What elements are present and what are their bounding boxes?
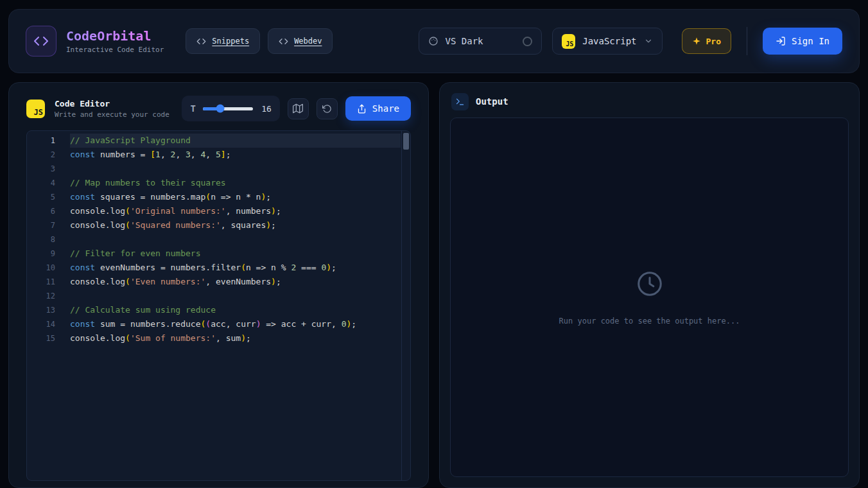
code-line[interactable]: 4// Map numbers to their squares bbox=[27, 176, 410, 190]
header-divider bbox=[747, 27, 747, 55]
code-line[interactable]: 13// Calculate sum using reduce bbox=[27, 303, 410, 317]
output-header: Output bbox=[450, 92, 849, 111]
share-button[interactable]: Share bbox=[345, 96, 411, 121]
map-icon bbox=[293, 103, 303, 114]
editor-scrollbar[interactable] bbox=[401, 131, 410, 480]
output-area: Run your code to see the output here... bbox=[450, 118, 849, 477]
line-number: 11 bbox=[27, 275, 55, 289]
line-content: console.log('Squared numbers:', squares)… bbox=[70, 218, 401, 232]
palette-icon bbox=[428, 36, 438, 46]
line-number: 4 bbox=[27, 176, 55, 190]
code-line[interactable]: 14const sum = numbers.reduce((acc, curr)… bbox=[27, 317, 410, 331]
clock-icon bbox=[635, 269, 664, 299]
chevron-down-icon bbox=[644, 37, 653, 46]
code-icon bbox=[279, 37, 288, 46]
line-number: 6 bbox=[27, 204, 55, 218]
font-size-value: 16 bbox=[260, 104, 272, 114]
line-content bbox=[70, 232, 401, 247]
line-content: // Map numbers to their squares bbox=[70, 176, 401, 190]
editor-subtitle: Write and execute your code bbox=[55, 110, 169, 119]
app-header: CodeOrbital Interactive Code Editor Snip… bbox=[8, 9, 860, 73]
line-content: const sum = numbers.reduce((acc, curr) =… bbox=[70, 317, 401, 331]
font-size-slider-handle[interactable] bbox=[216, 105, 225, 113]
pro-label: Pro bbox=[706, 37, 721, 46]
app-title: CodeOrbital bbox=[66, 28, 164, 44]
code-editor[interactable]: 1// JavaScript Playground2const numbers … bbox=[26, 130, 411, 481]
sparkles-icon bbox=[692, 37, 701, 46]
editor-header: JS Code Editor Write and execute your co… bbox=[26, 96, 411, 121]
language-select[interactable]: JS JavaScript bbox=[552, 28, 663, 55]
pro-button[interactable]: Pro bbox=[682, 28, 731, 54]
brand: CodeOrbital Interactive Code Editor bbox=[26, 26, 164, 57]
scrollbar-thumb[interactable] bbox=[403, 133, 409, 150]
snippets-button[interactable]: Snippets bbox=[186, 28, 260, 54]
theme-color-swatch bbox=[523, 37, 532, 46]
code-line[interactable]: 9// Filter for even numbers bbox=[27, 247, 410, 261]
code-line[interactable]: 1// JavaScript Playground bbox=[27, 134, 410, 148]
line-content: // Filter for even numbers bbox=[70, 247, 401, 261]
code-icon bbox=[196, 37, 206, 46]
output-title: Output bbox=[476, 96, 508, 107]
output-panel: Output Run your code to see the output h… bbox=[439, 82, 860, 488]
reset-code-button[interactable] bbox=[317, 98, 338, 119]
line-number: 5 bbox=[27, 190, 55, 204]
line-number: 14 bbox=[27, 317, 55, 331]
webdev-button[interactable]: Webdev bbox=[268, 28, 333, 54]
output-empty-message: Run your code to see the output here... bbox=[559, 317, 740, 326]
line-content: console.log('Sum of numbers:', sum); bbox=[70, 331, 401, 345]
code-line[interactable]: 7console.log('Squared numbers:', squares… bbox=[27, 218, 410, 232]
editor-title: Code Editor bbox=[55, 99, 169, 109]
code-line[interactable]: 15console.log('Sum of numbers:', sum); bbox=[27, 331, 410, 345]
webdev-label: Webdev bbox=[294, 37, 322, 46]
font-size-control: T 16 bbox=[182, 96, 279, 121]
line-content: const evenNumbers = numbers.filter(n => … bbox=[70, 261, 401, 275]
line-content bbox=[70, 162, 401, 176]
code-line[interactable]: 10const evenNumbers = numbers.filter(n =… bbox=[27, 261, 410, 275]
line-content: console.log('Original numbers:', numbers… bbox=[70, 204, 401, 218]
code-line[interactable]: 2const numbers = [1, 2, 3, 4, 5]; bbox=[27, 148, 410, 162]
line-content: const numbers = [1, 2, 3, 4, 5]; bbox=[70, 148, 401, 162]
line-number: 13 bbox=[27, 303, 55, 317]
line-content: // Calculate sum using reduce bbox=[70, 303, 401, 317]
sign-in-button[interactable]: Sign In bbox=[763, 28, 842, 55]
code-line[interactable]: 3 bbox=[27, 162, 410, 176]
editor-panel: JS Code Editor Write and execute your co… bbox=[8, 82, 429, 488]
theme-value: VS Dark bbox=[446, 36, 483, 46]
app-logo-icon bbox=[26, 26, 56, 57]
code-lines: 1// JavaScript Playground2const numbers … bbox=[27, 134, 410, 345]
line-number: 9 bbox=[27, 247, 55, 261]
language-value: JavaScript bbox=[582, 36, 636, 46]
code-line[interactable]: 5const squares = numbers.map(n => n * n)… bbox=[27, 190, 410, 204]
code-line[interactable]: 11console.log('Even numbers:', evenNumbe… bbox=[27, 275, 410, 289]
editor-js-badge: JS bbox=[26, 100, 45, 118]
line-number: 8 bbox=[27, 232, 55, 247]
rotate-ccw-icon bbox=[322, 104, 332, 114]
main-content: JS Code Editor Write and execute your co… bbox=[8, 82, 860, 488]
sign-in-label: Sign In bbox=[792, 36, 829, 46]
app-subtitle: Interactive Code Editor bbox=[66, 46, 164, 54]
js-badge-icon: JS bbox=[562, 34, 576, 49]
line-number: 10 bbox=[27, 261, 55, 275]
share-icon bbox=[357, 104, 367, 114]
code-line[interactable]: 8 bbox=[27, 232, 410, 247]
line-number: 3 bbox=[27, 162, 55, 176]
minimap-toggle-button[interactable] bbox=[288, 98, 309, 119]
line-number: 1 bbox=[27, 134, 55, 148]
line-number: 12 bbox=[27, 289, 55, 303]
header-nav: Snippets Webdev bbox=[186, 28, 333, 54]
editor-titles: Code Editor Write and execute your code bbox=[55, 99, 169, 119]
line-content bbox=[70, 289, 401, 303]
line-content: const squares = numbers.map(n => n * n); bbox=[70, 190, 401, 204]
code-line[interactable]: 6console.log('Original numbers:', number… bbox=[27, 204, 410, 218]
editor-toolbar: T 16 bbox=[182, 96, 411, 121]
log-in-icon bbox=[776, 36, 786, 46]
theme-select[interactable]: VS Dark bbox=[419, 28, 542, 55]
line-number: 2 bbox=[27, 148, 55, 162]
font-size-slider[interactable] bbox=[203, 107, 253, 110]
terminal-icon bbox=[451, 93, 469, 110]
line-content: console.log('Even numbers:', evenNumbers… bbox=[70, 275, 401, 289]
snippets-label: Snippets bbox=[212, 37, 249, 46]
code-line[interactable]: 12 bbox=[27, 289, 410, 303]
line-number: 15 bbox=[27, 331, 55, 345]
brand-text: CodeOrbital Interactive Code Editor bbox=[66, 28, 164, 54]
